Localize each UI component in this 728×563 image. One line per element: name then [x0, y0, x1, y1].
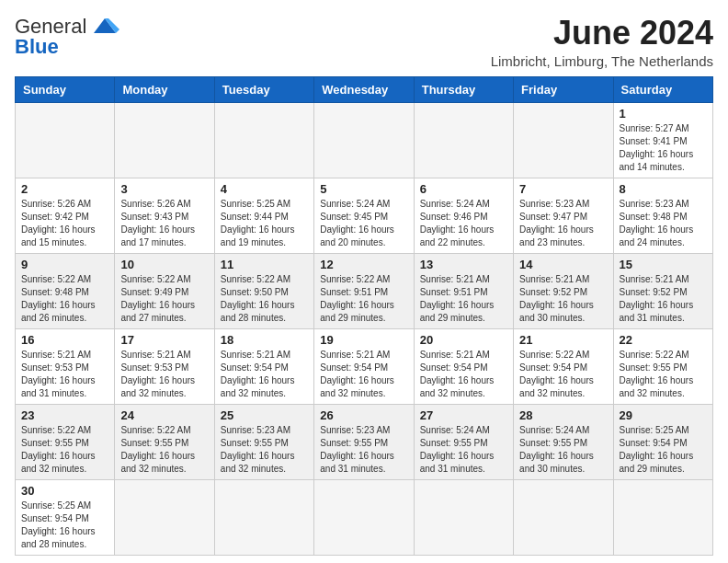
- calendar-cell: [16, 102, 115, 178]
- day-number: 21: [519, 333, 607, 347]
- calendar-cell: 8Sunrise: 5:23 AM Sunset: 9:48 PM Daylig…: [613, 178, 712, 253]
- day-info: Sunrise: 5:22 AM Sunset: 9:55 PM Dayligh…: [620, 350, 694, 398]
- calendar-cell: 20Sunrise: 5:21 AM Sunset: 9:54 PM Dayli…: [414, 328, 513, 404]
- day-info: Sunrise: 5:21 AM Sunset: 9:51 PM Dayligh…: [420, 274, 495, 323]
- day-info: Sunrise: 5:23 AM Sunset: 9:55 PM Dayligh…: [221, 425, 295, 474]
- calendar-cell: [314, 479, 414, 555]
- logo-icon: [90, 17, 119, 37]
- day-info: Sunrise: 5:22 AM Sunset: 9:48 PM Dayligh…: [21, 274, 96, 323]
- day-info: Sunrise: 5:22 AM Sunset: 9:55 PM Dayligh…: [120, 425, 195, 474]
- day-number: 3: [120, 182, 208, 196]
- day-info: Sunrise: 5:21 AM Sunset: 9:54 PM Dayligh…: [320, 350, 394, 398]
- day-info: Sunrise: 5:27 AM Sunset: 9:41 PM Dayligh…: [620, 123, 694, 172]
- day-number: 8: [620, 182, 707, 196]
- day-number: 4: [221, 182, 308, 196]
- day-number: 17: [120, 333, 208, 347]
- calendar-cell: 19Sunrise: 5:21 AM Sunset: 9:54 PM Dayli…: [314, 328, 414, 404]
- weekday-header-sunday: Sunday: [16, 76, 115, 102]
- calendar-cell: 5Sunrise: 5:24 AM Sunset: 9:45 PM Daylig…: [314, 178, 414, 253]
- calendar-cell: 15Sunrise: 5:21 AM Sunset: 9:52 PM Dayli…: [613, 253, 712, 328]
- day-number: 30: [21, 484, 108, 498]
- calendar-cell: 3Sunrise: 5:26 AM Sunset: 9:43 PM Daylig…: [115, 178, 214, 253]
- day-info: Sunrise: 5:22 AM Sunset: 9:49 PM Dayligh…: [120, 274, 195, 323]
- day-number: 19: [320, 333, 407, 347]
- calendar-cell: 13Sunrise: 5:21 AM Sunset: 9:51 PM Dayli…: [414, 253, 513, 328]
- day-number: 9: [21, 258, 108, 271]
- calendar-cell: 11Sunrise: 5:22 AM Sunset: 9:50 PM Dayli…: [214, 253, 313, 328]
- calendar-week-row: 1Sunrise: 5:27 AM Sunset: 9:41 PM Daylig…: [16, 102, 713, 178]
- day-info: Sunrise: 5:26 AM Sunset: 9:43 PM Dayligh…: [120, 199, 195, 247]
- calendar-cell: [214, 479, 313, 555]
- day-info: Sunrise: 5:25 AM Sunset: 9:44 PM Dayligh…: [221, 199, 295, 247]
- day-number: 26: [320, 408, 407, 422]
- calendar-table: SundayMondayTuesdayWednesdayThursdayFrid…: [15, 76, 713, 556]
- calendar-week-row: 23Sunrise: 5:22 AM Sunset: 9:55 PM Dayli…: [16, 404, 713, 479]
- day-info: Sunrise: 5:22 AM Sunset: 9:54 PM Dayligh…: [519, 350, 594, 398]
- calendar-week-row: 2Sunrise: 5:26 AM Sunset: 9:42 PM Daylig…: [16, 178, 713, 253]
- day-number: 2: [21, 182, 108, 196]
- calendar-week-row: 9Sunrise: 5:22 AM Sunset: 9:48 PM Daylig…: [16, 253, 713, 328]
- day-number: 24: [120, 408, 208, 422]
- calendar-cell: 9Sunrise: 5:22 AM Sunset: 9:48 PM Daylig…: [16, 253, 115, 328]
- calendar-cell: [514, 102, 613, 178]
- day-number: 12: [320, 258, 407, 271]
- day-number: 18: [221, 333, 308, 347]
- calendar-cell: 26Sunrise: 5:23 AM Sunset: 9:55 PM Dayli…: [314, 404, 414, 479]
- day-number: 23: [21, 408, 108, 422]
- calendar-cell: 29Sunrise: 5:25 AM Sunset: 9:54 PM Dayli…: [613, 404, 712, 479]
- day-number: 14: [519, 258, 607, 271]
- day-info: Sunrise: 5:25 AM Sunset: 9:54 PM Dayligh…: [21, 500, 96, 549]
- day-number: 29: [620, 408, 707, 422]
- calendar-cell: 7Sunrise: 5:23 AM Sunset: 9:47 PM Daylig…: [514, 178, 613, 253]
- day-info: Sunrise: 5:24 AM Sunset: 9:46 PM Dayligh…: [420, 199, 495, 247]
- day-info: Sunrise: 5:26 AM Sunset: 9:42 PM Dayligh…: [21, 199, 96, 247]
- day-info: Sunrise: 5:21 AM Sunset: 9:54 PM Dayligh…: [420, 350, 495, 398]
- day-number: 20: [420, 333, 507, 347]
- day-info: Sunrise: 5:22 AM Sunset: 9:55 PM Dayligh…: [21, 425, 96, 474]
- calendar-week-row: 16Sunrise: 5:21 AM Sunset: 9:53 PM Dayli…: [16, 328, 713, 404]
- day-info: Sunrise: 5:23 AM Sunset: 9:47 PM Dayligh…: [519, 199, 594, 247]
- day-number: 22: [620, 333, 707, 347]
- day-number: 1: [620, 107, 707, 121]
- header: General Blue June 2024 Limbricht, Limbur…: [15, 15, 713, 69]
- day-info: Sunrise: 5:21 AM Sunset: 9:53 PM Dayligh…: [120, 350, 195, 398]
- calendar-cell: 28Sunrise: 5:24 AM Sunset: 9:55 PM Dayli…: [514, 404, 613, 479]
- logo: General Blue: [15, 15, 121, 59]
- day-number: 11: [221, 258, 308, 271]
- calendar-cell: 1Sunrise: 5:27 AM Sunset: 9:41 PM Daylig…: [613, 102, 712, 178]
- calendar-cell: [514, 479, 613, 555]
- calendar-subtitle: Limbricht, Limburg, The Netherlands: [491, 53, 713, 69]
- calendar-cell: [414, 479, 513, 555]
- calendar-cell: 17Sunrise: 5:21 AM Sunset: 9:53 PM Dayli…: [115, 328, 214, 404]
- calendar-cell: 24Sunrise: 5:22 AM Sunset: 9:55 PM Dayli…: [115, 404, 214, 479]
- calendar-cell: 2Sunrise: 5:26 AM Sunset: 9:42 PM Daylig…: [16, 178, 115, 253]
- day-info: Sunrise: 5:24 AM Sunset: 9:45 PM Dayligh…: [320, 199, 394, 247]
- day-number: 16: [21, 333, 108, 347]
- day-number: 27: [420, 408, 507, 422]
- calendar-cell: 21Sunrise: 5:22 AM Sunset: 9:54 PM Dayli…: [514, 328, 613, 404]
- day-number: 28: [519, 408, 607, 422]
- calendar-cell: [613, 479, 712, 555]
- day-info: Sunrise: 5:24 AM Sunset: 9:55 PM Dayligh…: [420, 425, 495, 474]
- calendar-cell: 4Sunrise: 5:25 AM Sunset: 9:44 PM Daylig…: [214, 178, 313, 253]
- calendar-cell: 16Sunrise: 5:21 AM Sunset: 9:53 PM Dayli…: [16, 328, 115, 404]
- calendar-cell: 10Sunrise: 5:22 AM Sunset: 9:49 PM Dayli…: [115, 253, 214, 328]
- day-number: 6: [420, 182, 507, 196]
- calendar-cell: [115, 479, 214, 555]
- calendar-cell: [115, 102, 214, 178]
- day-number: 15: [620, 258, 707, 271]
- day-info: Sunrise: 5:21 AM Sunset: 9:52 PM Dayligh…: [620, 274, 694, 323]
- calendar-cell: 27Sunrise: 5:24 AM Sunset: 9:55 PM Dayli…: [414, 404, 513, 479]
- calendar-cell: [414, 102, 513, 178]
- day-info: Sunrise: 5:22 AM Sunset: 9:50 PM Dayligh…: [221, 274, 295, 323]
- calendar-cell: [314, 102, 414, 178]
- weekday-header-wednesday: Wednesday: [314, 76, 414, 102]
- calendar-week-row: 30Sunrise: 5:25 AM Sunset: 9:54 PM Dayli…: [16, 479, 713, 555]
- weekday-header-row: SundayMondayTuesdayWednesdayThursdayFrid…: [16, 76, 713, 102]
- calendar-cell: 23Sunrise: 5:22 AM Sunset: 9:55 PM Dayli…: [16, 404, 115, 479]
- day-number: 10: [120, 258, 208, 271]
- day-number: 25: [221, 408, 308, 422]
- calendar-cell: 30Sunrise: 5:25 AM Sunset: 9:54 PM Dayli…: [16, 479, 115, 555]
- weekday-header-thursday: Thursday: [414, 76, 513, 102]
- calendar-cell: 22Sunrise: 5:22 AM Sunset: 9:55 PM Dayli…: [613, 328, 712, 404]
